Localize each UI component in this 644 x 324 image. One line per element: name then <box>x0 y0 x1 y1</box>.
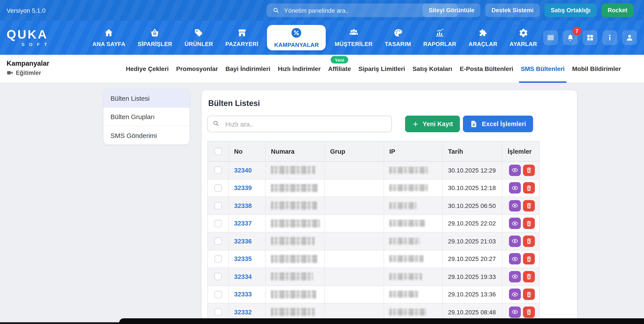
nav-item-tools[interactable]: ARAÇLAR <box>462 20 504 55</box>
table-row: 32340 30.10.2025 12:29 <box>208 162 539 179</box>
tab-dealer-discounts[interactable]: Bayi İndirimleri <box>225 55 270 83</box>
logo-main: QUKA <box>6 28 73 41</box>
row-no-link[interactable]: 32338 <box>234 202 252 209</box>
view-button[interactable] <box>509 165 521 176</box>
nav-item-products[interactable]: ÜRÜNLER <box>178 20 219 55</box>
row-no-link[interactable]: 32339 <box>234 184 252 191</box>
tab-sales-quotas[interactable]: Satış Kotaları <box>412 55 452 83</box>
quick-search[interactable] <box>207 116 392 132</box>
tab-mobile-notifications[interactable]: Mobil Bildirimler <box>572 55 621 83</box>
redacted-ip <box>389 220 425 227</box>
rocket-button[interactable]: Rocket <box>602 3 634 17</box>
new-record-button[interactable]: Yeni Kayıt <box>405 116 460 132</box>
view-button[interactable] <box>509 236 521 247</box>
view-button[interactable] <box>509 271 521 282</box>
row-checkbox[interactable] <box>214 202 222 209</box>
view-button[interactable] <box>509 218 521 229</box>
delete-button[interactable] <box>523 200 535 211</box>
row-checkbox[interactable] <box>214 184 222 192</box>
tab-sms-newsletters[interactable]: SMS Bültenleri <box>521 55 565 83</box>
view-button[interactable] <box>509 307 521 318</box>
excel-operations-button[interactable]: Excel İşlemleri <box>463 116 533 132</box>
table-row: 32339 30.10.2025 12:18 <box>208 179 539 197</box>
tab-label: Hızlı İndirimler <box>278 65 321 72</box>
info-button[interactable] <box>602 30 617 45</box>
side-item-sms-sending[interactable]: SMS Gönderimi <box>104 126 190 145</box>
nav-item-reports[interactable]: RAPORLAR <box>417 20 462 55</box>
col-header-no: No <box>229 142 266 161</box>
tab-quick-discounts[interactable]: Hızlı İndirimler <box>278 55 321 83</box>
redacted-phone-number <box>271 273 313 281</box>
eye-icon <box>512 202 518 209</box>
admin-search-input[interactable] <box>284 7 452 14</box>
row-checkbox[interactable] <box>214 255 222 263</box>
row-no-link[interactable]: 32336 <box>234 238 252 245</box>
users-icon <box>349 28 358 38</box>
apps-grid-button[interactable] <box>582 30 598 45</box>
row-no-link[interactable]: 32332 <box>234 309 252 316</box>
nav-item-design[interactable]: TASARIM <box>379 20 417 55</box>
barcode-button[interactable] <box>543 30 558 45</box>
notification-badge: 7 <box>572 27 581 35</box>
quick-search-input[interactable] <box>207 116 392 132</box>
view-button[interactable] <box>509 253 521 265</box>
tab-gift-vouchers[interactable]: Hediye Çekleri <box>126 55 169 83</box>
delete-button[interactable] <box>523 253 535 265</box>
side-item-newsletter-list[interactable]: Bülten Listesi <box>104 89 190 108</box>
nav-item-campaigns[interactable]: KAMPANYALAR <box>267 25 326 50</box>
percent-icon <box>291 27 302 38</box>
delete-button[interactable] <box>523 218 535 229</box>
row-checkbox[interactable] <box>214 273 222 280</box>
delete-button[interactable] <box>523 271 535 282</box>
row-no-link[interactable]: 32333 <box>234 291 252 298</box>
logo[interactable]: QUKA SOFT <box>6 28 73 47</box>
delete-button[interactable] <box>523 307 535 318</box>
tab-order-limits[interactable]: Sipariş Limitleri <box>358 55 405 83</box>
puzzle-icon <box>478 28 488 38</box>
group-cell <box>325 215 384 232</box>
view-button[interactable] <box>509 200 521 211</box>
row-checkbox[interactable] <box>214 220 222 227</box>
view-button[interactable] <box>509 182 521 194</box>
delete-button[interactable] <box>523 165 535 176</box>
tab-promotions[interactable]: Promosyonlar <box>176 55 218 83</box>
row-no-link[interactable]: 32335 <box>234 255 252 263</box>
tab-email-newsletters[interactable]: E-Posta Bültenleri <box>460 55 513 83</box>
nav-item-settings[interactable]: AYARLAR <box>504 20 543 55</box>
group-cell <box>325 286 384 303</box>
affiliate-program-button[interactable]: Satış Ortaklığı <box>544 3 597 17</box>
trash-icon <box>526 256 532 262</box>
delete-button[interactable] <box>523 289 535 300</box>
nav-label: ARAÇLAR <box>469 41 497 47</box>
view-button[interactable] <box>509 289 521 300</box>
row-checkbox[interactable] <box>214 309 222 316</box>
row-checkbox[interactable] <box>214 166 222 174</box>
trash-icon <box>526 185 532 191</box>
side-item-newsletter-groups[interactable]: Bülten Grupları <box>104 108 190 126</box>
redacted-ip <box>389 309 426 316</box>
notifications-button[interactable]: 7 <box>563 30 578 45</box>
nav-item-orders[interactable]: SİPARİŞLER <box>132 20 178 55</box>
gear-icon <box>518 28 528 38</box>
newsletter-side-menu: Bülten Listesi Bülten Grupları SMS Gönde… <box>104 89 190 145</box>
select-all-checkbox[interactable] <box>214 148 222 155</box>
nav-item-customers[interactable]: MÜŞTERİLER <box>328 20 379 55</box>
row-checkbox[interactable] <box>214 291 222 298</box>
row-no-link[interactable]: 32340 <box>234 167 252 174</box>
profile-button[interactable] <box>622 30 637 45</box>
row-no-link[interactable]: 32334 <box>234 273 252 280</box>
redacted-phone-number <box>271 237 315 245</box>
active-tab-underline <box>519 81 566 83</box>
tab-affiliate[interactable]: Yeni Affiliate <box>328 55 351 83</box>
delete-button[interactable] <box>523 236 535 247</box>
trainings-link[interactable]: Eğitimler <box>6 70 49 76</box>
nav-item-home[interactable]: ANA SAYFA <box>86 20 132 55</box>
support-system-button[interactable]: Destek Sistemi <box>485 3 540 17</box>
row-checkbox[interactable] <box>214 238 222 245</box>
delete-button[interactable] <box>523 182 535 194</box>
grid-icon <box>586 34 594 42</box>
logo-sub: SOFT <box>22 42 73 47</box>
row-no-link[interactable]: 32337 <box>234 220 252 227</box>
admin-search[interactable] <box>266 3 458 17</box>
nav-item-marketplace[interactable]: PAZARYERİ <box>219 20 264 55</box>
